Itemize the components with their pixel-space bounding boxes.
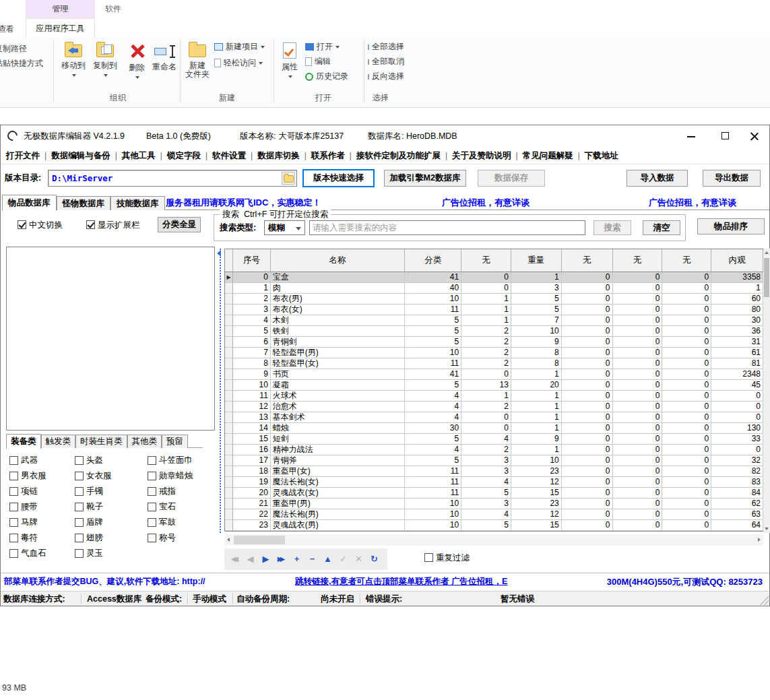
table-row[interactable]: 5铁剑521000036 <box>225 326 763 337</box>
delete-button[interactable]: 删除 <box>124 40 150 82</box>
edit-button[interactable]: 编辑 <box>305 55 331 68</box>
select-all-button[interactable]: 全部选择 <box>368 40 404 53</box>
table-row[interactable]: 1肉40030001 <box>225 283 763 294</box>
menu-item[interactable]: 数据库切换 <box>257 151 300 160</box>
tab-software[interactable]: 软件 <box>100 0 127 18</box>
filter-tab[interactable]: 时装生肖类 <box>75 435 127 448</box>
table-row[interactable]: 2布衣(男)101500060 <box>225 294 763 305</box>
item-sort-button[interactable]: 物品排序 <box>697 218 765 234</box>
data-save-button[interactable]: 数据保存 <box>478 170 545 187</box>
search-input[interactable] <box>309 220 585 235</box>
filter-checkbox[interactable]: 毒符 <box>6 532 75 544</box>
delete-record-button[interactable]: − <box>304 551 320 567</box>
horizontal-scrollbar[interactable] <box>224 534 763 546</box>
column-header[interactable]: 名称 <box>271 249 406 272</box>
table-row[interactable]: 7轻型盔甲(男)102800061 <box>225 348 763 358</box>
column-header[interactable]: 序号 <box>233 249 271 272</box>
table-row[interactable]: 6青铜剑52900031 <box>225 337 763 348</box>
new-folder-button[interactable]: 新建 文件夹 <box>182 40 213 79</box>
table-row[interactable]: 16精神力战法4210000 <box>225 445 763 455</box>
export-data-button[interactable]: 导出数据 <box>703 170 761 187</box>
table-row[interactable]: 23灵魂战衣(男)1051500064 <box>225 520 763 531</box>
filter-tab[interactable]: 触发类 <box>41 435 76 448</box>
resize-grip[interactable] <box>759 596 769 605</box>
import-data-button[interactable]: 导入数据 <box>627 170 688 187</box>
tab-app-tools[interactable]: 应用程序工具 <box>26 18 95 37</box>
column-header[interactable]: 无 <box>562 249 613 272</box>
filter-checkbox[interactable]: 头盔 <box>75 455 148 466</box>
panel-splitter[interactable] <box>220 249 221 533</box>
table-row[interactable]: 15短剑54900033 <box>225 434 763 445</box>
menu-item[interactable]: 接软件定制及功能扩展 <box>356 151 441 160</box>
chinese-toggle-checkbox[interactable]: 中文切换 <box>18 220 63 231</box>
table-row[interactable]: 12治愈术4210000 <box>225 402 763 412</box>
filter-checkbox[interactable]: 翅膀 <box>75 532 148 544</box>
maximize-button[interactable] <box>711 125 740 146</box>
paste-shortcut-button[interactable]: 粘贴快捷方式 <box>0 56 43 71</box>
edit-record-button[interactable]: ▲ <box>320 551 335 567</box>
copy-path-button[interactable]: 复制路径 <box>0 41 43 56</box>
invert-selection-button[interactable]: 反向选择 <box>368 69 404 83</box>
filter-checkbox[interactable]: 灵玉 <box>75 548 148 559</box>
table-row[interactable]: 9书页41010002348 <box>225 369 763 380</box>
select-none-button[interactable]: 全部取消 <box>368 55 404 68</box>
filter-checkbox[interactable]: 气血石 <box>6 548 75 559</box>
column-header[interactable]: 内观 <box>711 249 763 272</box>
filter-checkbox[interactable]: 武器 <box>6 455 75 466</box>
filter-checkbox[interactable]: 军鼓 <box>148 517 212 528</box>
menu-item[interactable]: 打开文件 <box>6 151 40 160</box>
db-tab[interactable]: 技能数据库 <box>110 196 165 210</box>
table-row[interactable]: 14蜡烛3001000130 <box>225 423 763 434</box>
filter-checkbox[interactable]: 斗笠面巾 <box>148 455 212 466</box>
filter-checkbox[interactable]: 手镯 <box>75 486 148 497</box>
filter-checkbox[interactable]: 盾牌 <box>75 517 148 528</box>
copy-to-button[interactable]: 复制到 <box>90 40 121 79</box>
scroll-right-icon[interactable] <box>758 538 761 542</box>
table-row[interactable]: 20灵魂战衣(女)1151500084 <box>225 488 763 499</box>
filter-checkbox[interactable]: 勋章蜡烛 <box>148 470 212 482</box>
history-button[interactable]: 历史记录 <box>305 69 348 83</box>
category-list-panel[interactable] <box>6 247 215 431</box>
post-edit-button[interactable]: ✓ <box>335 551 351 567</box>
filter-checkbox[interactable]: 腰带 <box>6 501 75 513</box>
table-row[interactable]: 18重盔甲(女)1132300082 <box>225 466 763 477</box>
scroll-left-icon[interactable] <box>227 538 230 542</box>
scroll-up-icon[interactable] <box>765 251 769 254</box>
last-record-button[interactable]: ▶▶ <box>274 551 289 567</box>
scroll-thumb[interactable] <box>764 258 769 297</box>
filter-checkbox[interactable]: 男衣服 <box>6 470 75 482</box>
menu-item[interactable]: 联系作者 <box>311 151 345 160</box>
search-type-select[interactable]: 模糊 <box>264 220 305 235</box>
minimize-button[interactable] <box>677 125 707 146</box>
table-row[interactable]: 10凝霜5132000045 <box>225 380 763 391</box>
filter-checkbox[interactable]: 靴子 <box>75 501 148 513</box>
table-row[interactable]: 22魔法长袍(男)1041200063 <box>225 509 763 520</box>
db-tab[interactable]: 物品数据库 <box>2 195 57 211</box>
menu-item[interactable]: 软件设置 <box>212 151 246 160</box>
filter-tab[interactable]: 预留 <box>162 435 188 448</box>
filter-tab[interactable]: 其他类 <box>127 435 162 448</box>
category-all-button[interactable]: 分类全显 <box>158 217 201 232</box>
tab-view[interactable]: 查看 <box>0 21 21 37</box>
new-item-button[interactable]: 新建项目 <box>214 40 265 53</box>
quick-select-button[interactable]: 版本快速选择 <box>302 169 375 187</box>
filter-checkbox[interactable]: 戒指 <box>148 486 212 497</box>
column-header[interactable]: 重量 <box>511 249 562 272</box>
rename-button[interactable]: 重命名 <box>150 40 179 71</box>
table-row[interactable]: 19魔法长袍(女)1141200083 <box>225 477 763 488</box>
table-row[interactable]: 8轻型盔甲(女)112800081 <box>225 358 763 369</box>
column-header[interactable]: 分类 <box>405 249 461 272</box>
menu-item[interactable]: 下载地址 <box>585 151 618 160</box>
column-header[interactable]: 无 <box>461 249 511 272</box>
refresh-data-button[interactable]: ↻ <box>366 551 382 567</box>
column-header[interactable]: 无 <box>613 249 663 272</box>
cancel-edit-button[interactable]: ✕ <box>351 551 366 567</box>
easy-access-button[interactable]: 轻松访问 <box>214 56 263 69</box>
filter-tab[interactable]: 装备类 <box>6 434 41 449</box>
filter-checkbox[interactable]: 女衣服 <box>75 470 148 482</box>
filter-checkbox[interactable]: 马牌 <box>6 517 75 528</box>
scroll-thumb[interactable] <box>234 536 285 544</box>
table-row[interactable]: 11火球术4110000 <box>225 391 763 402</box>
vertical-scrollbar[interactable] <box>763 249 770 533</box>
filter-checkbox[interactable]: 宝石 <box>148 501 212 513</box>
